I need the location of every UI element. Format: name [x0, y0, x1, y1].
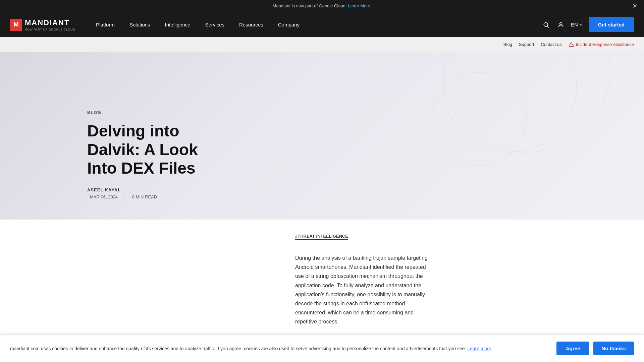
contact-link[interactable]: Contact us [541, 42, 561, 47]
svg-point-2 [560, 22, 562, 25]
cookie-banner: mandiant.com uses cookies to deliver and… [0, 335, 644, 362]
banner-link[interactable]: Learn More. [348, 3, 371, 8]
blog-link[interactable]: Blog [503, 42, 512, 47]
nav-solutions[interactable]: Solutions [122, 12, 158, 38]
svg-line-1 [547, 26, 549, 27]
user-icon [557, 21, 564, 28]
nav-company[interactable]: Company [271, 12, 307, 38]
cookie-message: mandiant.com uses cookies to deliver and… [10, 346, 466, 351]
article-meta: MAR 06, 2024 | 8 MIN READ [87, 194, 228, 199]
hero-section: BLOG Delving into Dalvik: A Look Into DE… [0, 52, 644, 220]
nav-platform[interactable]: Platform [89, 12, 122, 38]
article-title: Delving into Dalvik: A Look Into DEX Fil… [87, 122, 228, 177]
article-author: ASEEL KAYAL [87, 187, 228, 192]
lang-text: EN [571, 22, 578, 27]
no-thanks-button[interactable]: No thanks [593, 342, 634, 355]
logo-subtitle: NOW PART OF GOOGLE CLOUD [25, 28, 75, 31]
get-started-button[interactable]: Get started [589, 17, 634, 32]
banner-close-button[interactable]: ✕ [632, 3, 637, 9]
article-read-time: 8 MIN READ [132, 194, 157, 199]
cookie-buttons: Agree No thanks [556, 342, 634, 355]
cookie-text: mandiant.com uses cookies to deliver and… [10, 346, 550, 351]
logo-icon: M [10, 19, 22, 31]
nav-intelligence[interactable]: Intelligence [158, 12, 198, 38]
banner-text: Mandiant is now part of Google Cloud. [273, 3, 347, 8]
cookie-learn-more-link[interactable]: Learn more [467, 346, 491, 351]
top-banner: Mandiant is now part of Google Cloud. Le… [0, 0, 644, 12]
logo-text: MANDIANT [25, 18, 75, 27]
search-button[interactable] [541, 20, 551, 29]
article-tag[interactable]: #THREAT INTELLIGENCE [295, 234, 348, 240]
search-icon [543, 21, 549, 28]
chevron-down-icon [579, 23, 583, 27]
nav-actions: EN Get started [541, 17, 634, 32]
nav-resources[interactable]: Resources [232, 12, 271, 38]
meta-separator: | [124, 194, 125, 199]
incident-link-text: Incident Response Assistance [576, 42, 634, 47]
warning-icon [569, 42, 574, 47]
logo-link[interactable]: M MANDIANT NOW PART OF GOOGLE CLOUD [10, 18, 75, 31]
nav-services[interactable]: Services [198, 12, 232, 38]
nav-links: Platform Solutions Intelligence Services… [89, 12, 541, 38]
language-selector[interactable]: EN [571, 22, 583, 27]
agree-button[interactable]: Agree [556, 342, 590, 355]
cookie-period: . [491, 346, 493, 351]
blog-label: BLOG [87, 110, 228, 115]
support-link[interactable]: Support [519, 42, 534, 47]
article-paragraph-1: During the analysis of a banking trojan … [295, 253, 429, 326]
hero-content: BLOG Delving into Dalvik: A Look Into DE… [0, 110, 228, 220]
secondary-nav: Blog Support Contact us Incident Respons… [0, 37, 644, 52]
svg-point-0 [544, 22, 548, 26]
account-button[interactable] [556, 20, 566, 29]
article-date: MAR 06, 2024 [90, 194, 118, 199]
incident-response-link[interactable]: Incident Response Assistance [569, 42, 634, 47]
main-nav: M MANDIANT NOW PART OF GOOGLE CLOUD Plat… [0, 12, 644, 37]
